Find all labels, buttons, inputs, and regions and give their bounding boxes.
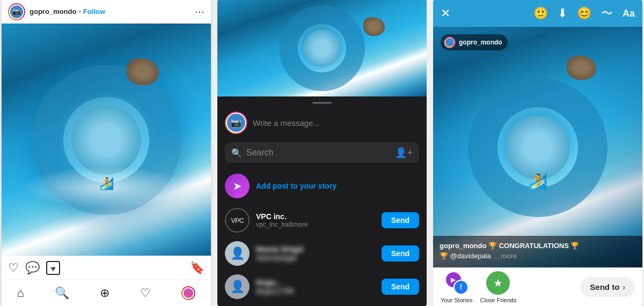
send-button-3[interactable]: Send (382, 279, 419, 295)
story-jetski: 🏄 (529, 173, 547, 190)
wave-inner (71, 105, 141, 175)
nav-bar: ⌂ 🔍 ⊕ ♡ (2, 279, 211, 306)
send-button-2[interactable]: Send (382, 245, 419, 262)
message-row: 📷 Write a message... (217, 107, 427, 140)
search-icon: 🔍 (231, 148, 242, 158)
close-friends-icon: ★ (486, 271, 510, 295)
your-stories-button[interactable]: ▶ f Your Stories (441, 271, 473, 303)
send-to-label: Send to (590, 282, 619, 292)
sheet-handle (312, 102, 332, 104)
contact-name-1: VPC inc. (256, 212, 382, 221)
vpc-text: VPC (231, 217, 244, 225)
post-image: 🏄 (2, 24, 211, 256)
contact-handle-3: doga11799 (256, 287, 382, 295)
post-header: 📷 gopro_mondo • Follow ⋯ (2, 0, 211, 24)
add-story-label[interactable]: Add post to your story (256, 182, 419, 190)
story-username-line: gopro_mondo 🏆 CONGRATULATIONS 🏆 (440, 241, 636, 251)
send-button-1[interactable]: Send (382, 212, 419, 228)
nav-heart[interactable]: ♡ (140, 286, 151, 300)
contact-avatar-3: 👤 (225, 274, 250, 299)
story-toolbar: ✕ 🙂 ⬇ 😊 〜 Aa (433, 0, 642, 27)
nav-profile[interactable] (181, 286, 195, 300)
comment-icon[interactable]: 💬 (25, 261, 40, 275)
badge-avatar-inner (445, 38, 455, 47)
your-stories-icons: ▶ f (445, 271, 469, 295)
camera-icon: 📷 (12, 8, 21, 16)
more-button[interactable]: ⋯ (195, 6, 204, 18)
bookmark-icon[interactable]: 🔖 (190, 261, 204, 275)
badge-avatar (444, 36, 456, 48)
sticker-icon[interactable]: 😊 (577, 6, 591, 20)
share-sheet-panel: 📷 Write a message... 🔍 Search 👤+ ➤ Add p… (217, 0, 427, 306)
msg-avatar-inner: 📷 (226, 113, 246, 133)
text-button[interactable]: Aa (623, 8, 635, 19)
story-post-badge: gopro_mondo (441, 34, 508, 50)
preview-wave-ring (279, 5, 365, 91)
story-caption-bar: gopro_mondo 🏆 CONGRATULATIONS 🏆 🏆 @david… (433, 236, 642, 267)
send-to-chevron: › (623, 283, 625, 292)
send-arrow-icon: ➤ (48, 263, 58, 273)
ys-fb-icon: f (453, 280, 469, 295)
mention-text: 🏆 @davidepala (440, 252, 491, 260)
story-caption-text: 🏆 CONGRATULATIONS 🏆 (488, 242, 579, 250)
follow-button[interactable]: Follow (83, 8, 105, 16)
instagram-post-panel: 📷 gopro_mondo • Follow ⋯ 🏄 ♡ 💬 ➤ 🔖 ⌂ 🔍 ⊕ (2, 0, 211, 306)
post-actions-bar: ♡ 💬 ➤ 🔖 (2, 256, 211, 279)
message-input[interactable]: Write a message... (253, 118, 419, 128)
story-content: 🏄 gopro_mondo gopro_mondo 🏆 CONGRATULATI… (433, 27, 642, 267)
contact-row-1: VPC VPC inc. vpc_inc_baltimore Send (217, 204, 427, 237)
story-bottom-bar: ▶ f Your Stories ★ Close Friends Send to… (433, 267, 642, 306)
contact-info-2: Neena Singal neenasingal (256, 245, 382, 262)
add-person-icon[interactable]: 👤+ (395, 147, 413, 159)
search-input[interactable]: Search (246, 148, 395, 158)
post-preview (217, 0, 427, 96)
contact-avatar-2: 👤 (225, 241, 250, 266)
squiggle-icon[interactable]: 〜 (601, 5, 613, 21)
story-caption-mention: 🏆 @davidepala ... more (440, 251, 636, 261)
wave-visual: 🏄 (2, 24, 211, 256)
contact-row-2: 👤 Neena Singal neenasingal Send (217, 237, 427, 270)
header-dot: • (78, 8, 81, 16)
story-action-icons: 🙂 ⬇ 😊 〜 Aa (533, 5, 635, 21)
close-friends-button[interactable]: ★ Close Friends (480, 271, 517, 303)
msg-avatar: 📷 (225, 111, 247, 134)
contact-row-3: 👤 Doga... doga11799 Send (217, 270, 427, 303)
nav-home[interactable]: ⌂ (17, 286, 24, 300)
contact-info-1: VPC inc. vpc_inc_baltimore (256, 212, 382, 228)
add-to-story-item[interactable]: ➤ Add post to your story (217, 168, 427, 204)
contact-avatar-3-icon: 👤 (230, 280, 245, 294)
send-to-button[interactable]: Send to › (580, 277, 635, 297)
story-plus-icon: ➤ (233, 180, 242, 192)
story-caption-username: gopro_mondo (440, 242, 486, 250)
vpc-avatar: VPC (225, 208, 250, 233)
nav-add[interactable]: ⊕ (100, 286, 109, 300)
nav-avatar-inner (182, 287, 194, 299)
emoji-icon[interactable]: 🙂 (533, 6, 548, 20)
like-icon[interactable]: ♡ (8, 261, 19, 275)
contact-handle-2: neenasingal (256, 253, 382, 262)
close-button[interactable]: ✕ (441, 6, 450, 20)
more-label[interactable]: ... more (493, 252, 517, 260)
jetski-figure: 🏄 (99, 177, 114, 191)
rocky-accent (127, 58, 159, 85)
preview-rocky (363, 17, 385, 36)
close-friends-label: Close Friends (480, 297, 517, 303)
contact-handle-1: vpc_inc_baltimore (256, 221, 382, 228)
story-view-panel: ✕ 🙂 ⬇ 😊 〜 Aa 🏄 gopro_mondo gopro_mondo (433, 0, 642, 306)
badge-username: gopro_mondo (459, 39, 502, 46)
preview-wave-inner (303, 29, 341, 67)
search-bar[interactable]: 🔍 Search 👤+ (225, 143, 419, 163)
user-avatar: 📷 (8, 3, 25, 20)
header-username: gopro_mondo (30, 8, 76, 16)
story-wave-ring (468, 78, 608, 217)
contact-name-3: Doga... (256, 278, 382, 287)
nav-search[interactable]: 🔍 (55, 286, 69, 300)
download-icon[interactable]: ⬇ (558, 6, 567, 20)
story-wave-inner (506, 115, 570, 180)
star-icon: ★ (493, 277, 503, 289)
avatar-inner: 📷 (9, 4, 24, 19)
contact-avatar-2-icon: 👤 (230, 247, 245, 260)
contact-info-3: Doga... doga11799 (256, 278, 382, 295)
story-icon: ➤ (225, 174, 250, 198)
send-button[interactable]: ➤ (46, 261, 60, 275)
